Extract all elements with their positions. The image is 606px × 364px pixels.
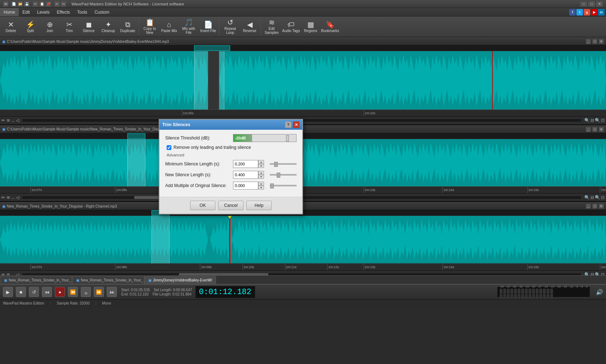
cut-icon[interactable]: ✂ <box>32 1 38 7</box>
minimize-button[interactable]: ─ <box>580 1 587 7</box>
track1-waveform[interactable]: // We'll just use inline drawn bars patt… <box>0 51 606 110</box>
google-icon[interactable]: g <box>584 9 590 15</box>
new-silence-input[interactable] <box>233 171 258 179</box>
track2-minimize-btn[interactable]: _ <box>586 127 591 132</box>
speaker-icon[interactable]: 🔊 <box>596 289 603 296</box>
cancel-button[interactable]: Cancel <box>218 201 243 210</box>
track1-edit-icon[interactable]: ✏ <box>1 118 5 123</box>
new-silence-down-btn[interactable]: ▼ <box>258 175 264 179</box>
bottom-tab-3[interactable]: ▣ JimmyDorseyVmildredBailey-EverMi! <box>144 276 216 284</box>
track3-minimize-btn[interactable]: _ <box>586 204 591 209</box>
close-button[interactable]: ✕ <box>596 1 603 7</box>
track3-more-icon[interactable]: ‥ <box>12 272 14 275</box>
repeat-loop-button[interactable]: ↺ Repeat Loop <box>221 17 240 36</box>
add-multiple-thumb[interactable] <box>270 183 274 188</box>
bookmarks-button[interactable]: 🔖 Bookmarks <box>321 17 339 36</box>
track2-arrow-icon[interactable]: ◁ <box>16 195 19 200</box>
track2-zoom-fit-icon[interactable]: ⊟ <box>590 195 594 200</box>
open-file-icon[interactable]: 📂 <box>17 1 23 7</box>
undo-icon[interactable]: ↩ <box>54 1 60 7</box>
new-silence-up-btn[interactable]: ▲ <box>258 171 264 175</box>
track2-more-icon[interactable]: ‥ <box>12 195 14 200</box>
linkedin-icon[interactable]: in <box>598 9 605 15</box>
add-multiple-up-btn[interactable]: ▲ <box>258 182 264 186</box>
track2-zoom-in-icon[interactable]: 🔍 <box>595 195 600 200</box>
min-silence-thumb[interactable] <box>274 162 278 167</box>
maximize-button[interactable]: □ <box>588 1 595 7</box>
audio-tags-button[interactable]: 🏷 Audio Tags <box>282 17 300 36</box>
menu-tools[interactable]: Tools <box>74 8 91 16</box>
copy-icon[interactable]: 📋 <box>39 1 45 7</box>
new-silence-thumb[interactable] <box>277 173 280 178</box>
edit-samples-button[interactable]: ≋ Edit Samples <box>262 17 281 36</box>
stop-button[interactable]: ■ <box>16 287 26 297</box>
track3-zoom-in-icon[interactable]: 🔍 <box>595 272 600 275</box>
mix-with-file-button[interactable]: 🎵 Mix with File <box>179 17 198 36</box>
remove-only-checkbox[interactable] <box>167 145 171 150</box>
track3-edit-icon[interactable]: ✏ <box>1 272 5 275</box>
track1-maximize-btn[interactable]: □ <box>592 39 597 44</box>
track3-hscrollbar[interactable] <box>22 273 581 275</box>
track2-close-btn[interactable]: ✕ <box>599 127 604 132</box>
track1-close-btn[interactable]: ✕ <box>599 39 604 44</box>
track3-zoom-icon[interactable]: ≋ <box>6 272 10 275</box>
track1-zoom-fit-icon[interactable]: ⊟ <box>590 118 594 123</box>
reverse-button[interactable]: ◀ Reverse <box>240 17 259 36</box>
add-multiple-down-btn[interactable]: ▼ <box>258 186 264 190</box>
prev-button[interactable]: ⏪ <box>68 287 78 297</box>
delete-button[interactable]: ✕ Delete <box>1 17 20 36</box>
min-silence-slider[interactable] <box>270 163 297 165</box>
bottom-tab-1[interactable]: ▣ New_Roman_Times_Smoke_In_Your_ <box>0 276 72 284</box>
track1-zoom-sel-icon[interactable]: ⊡ <box>601 118 605 123</box>
silence-button[interactable]: ◼ Silence <box>79 17 98 36</box>
track1-zoom-in-icon[interactable]: 🔍 <box>595 118 600 123</box>
save-file-icon[interactable]: 💾 <box>24 1 30 7</box>
track1-zoom-icon[interactable]: ≋ <box>6 118 10 123</box>
track1-arrow-icon[interactable]: ◁ <box>16 118 19 123</box>
threshold-slider[interactable] <box>286 135 289 142</box>
track1-zoom-out-icon[interactable]: 🔍 <box>584 118 590 123</box>
play-button[interactable]: ▶ <box>3 287 13 297</box>
track2-maximize-btn[interactable]: □ <box>592 127 597 132</box>
track3-zoom-sel-icon[interactable]: ⊡ <box>601 272 605 275</box>
twitter-icon[interactable]: t <box>576 9 583 15</box>
dialog-close-title-btn[interactable]: ✕ <box>293 121 299 128</box>
track3-arrow-icon[interactable]: ◁ <box>16 272 19 275</box>
track2-waveform[interactable] <box>0 139 606 187</box>
min-silence-up-btn[interactable]: ▲ <box>258 160 264 164</box>
redo-icon[interactable]: ↪ <box>61 1 66 7</box>
cleanup-button[interactable]: ✦ Cleanup <box>99 17 118 36</box>
loop-button[interactable]: ↺ <box>29 287 39 297</box>
goto-end-button[interactable]: ⏭ <box>107 287 117 297</box>
track3-hscrollbar-thumb[interactable] <box>179 273 268 275</box>
new-silence-slider[interactable] <box>270 174 297 176</box>
goto-start-button[interactable]: ⏮ <box>42 287 52 297</box>
ok-button[interactable]: OK <box>190 201 215 210</box>
bottom-tab-2[interactable]: ▣ New_Roman_Times_Smoke_In_Your_ <box>72 276 144 284</box>
track2-zoom-icon[interactable]: ≋ <box>6 195 10 200</box>
join-button[interactable]: ⊕ Join <box>40 17 59 36</box>
track2-zoom-sel-icon[interactable]: ⊡ <box>601 195 605 200</box>
help-button[interactable]: Help <box>246 201 272 210</box>
menu-edit[interactable]: Edit <box>19 8 34 16</box>
track1-more-icon[interactable]: ‥ <box>12 118 14 123</box>
track3-close-btn[interactable]: ✕ <box>599 204 604 209</box>
rewind-button[interactable]: ⏨ <box>81 287 91 297</box>
record-button[interactable]: ● <box>55 287 65 297</box>
paste-mix-button[interactable]: ⌂ Paste Mix <box>160 17 179 36</box>
track2-edit-icon[interactable]: ✏ <box>1 195 5 200</box>
new-file-icon[interactable]: 📄 <box>11 1 17 7</box>
dialog-help-title-btn[interactable]: ? <box>285 121 291 128</box>
menu-levels[interactable]: Levels <box>34 8 53 16</box>
track3-waveform[interactable] <box>0 216 606 263</box>
add-multiple-input[interactable] <box>233 182 258 190</box>
insert-file-button[interactable]: 📄 Insert File <box>199 17 218 36</box>
paste-icon[interactable]: 📌 <box>45 1 51 7</box>
min-silence-down-btn[interactable]: ▼ <box>258 164 264 168</box>
copy-to-new-button[interactable]: 📋 Copy to New <box>140 17 159 36</box>
regions-button[interactable]: ▦ Regions <box>301 17 320 36</box>
trim-button[interactable]: ✂ Trim <box>60 17 79 36</box>
track3-zoom-fit-icon[interactable]: ⊟ <box>590 272 594 275</box>
track2-zoom-out-icon[interactable]: 🔍 <box>584 195 590 200</box>
forward-button[interactable]: ⏩ <box>94 287 104 297</box>
